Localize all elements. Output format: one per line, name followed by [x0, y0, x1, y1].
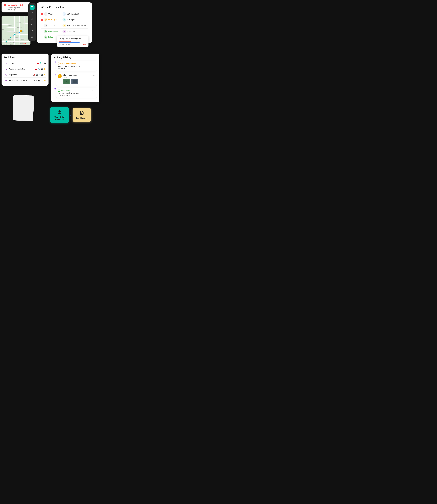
photo-row	[63, 79, 95, 84]
download-icon-large	[57, 110, 62, 115]
svg-point-66	[5, 63, 5, 64]
activity-status-label-wip: Work in Progress	[61, 62, 76, 64]
driving-pct: -0.5%	[83, 43, 86, 45]
work-order-row-inprogress[interactable]: ! In Progress 95 King St	[41, 17, 88, 23]
workflows-title: Workflows	[4, 56, 46, 59]
workflow-row-external[interactable]: External Teams Installation ☰ ✕ 📷 🔧 👆	[4, 78, 46, 83]
timeline-dot-wip	[54, 62, 56, 63]
timeline-item-wip: ▶ Work in Progress Albert Picard has arr…	[56, 61, 97, 71]
svg-text:SOMERS TOWN: SOMERS TOWN	[14, 32, 18, 33]
work-order-row-open[interactable]: ! Open 51 Sidmouth St	[41, 11, 88, 17]
svg-rect-8	[32, 19, 32, 20]
dollar-circle-icon: $	[45, 36, 47, 38]
working-bar-row	[59, 42, 86, 43]
status-left-inprogress: ! In Progress	[41, 18, 62, 21]
svg-point-85	[6, 81, 7, 81]
vs-label: vs	[69, 38, 70, 40]
work-order-summary-button[interactable]: Work Order Summary	[50, 107, 69, 123]
sidebar-item-chart[interactable]	[30, 17, 35, 21]
sidebar-item-list[interactable]	[30, 5, 35, 10]
workflow-flow-icon-survey	[4, 61, 8, 65]
wrench-icon	[31, 30, 33, 32]
timeline-dot-photos	[54, 74, 56, 75]
workflow-row-installation[interactable]: Appliance Installation 🚗 🔧 📷 👆	[4, 66, 46, 72]
sidebar-item-wrench[interactable]	[30, 28, 35, 33]
send-invoice-button[interactable]: Send Invoice	[72, 108, 91, 122]
driving-bar-row	[59, 41, 86, 41]
play-icon	[45, 19, 47, 21]
calendar-icon	[31, 12, 33, 14]
svg-line-82	[5, 80, 6, 81]
workflow-label-survey: Survey	[9, 62, 35, 64]
work-orders-list: ! Open 51 Sidmouth St ! In Progress	[41, 11, 88, 40]
driving-bar	[59, 41, 71, 41]
invoice-icon-large	[80, 111, 84, 116]
x-icon-external: ✕	[36, 80, 37, 81]
scissors-icon-inspection: ✂	[39, 74, 40, 76]
person-time-photos: 08:35	[92, 74, 95, 76]
sidebar-item-calendar[interactable]	[30, 11, 35, 16]
status-icon-billed: $	[44, 35, 47, 39]
sidebar-item-location[interactable]	[30, 22, 35, 27]
svg-text:BLOOMSBURY: BLOOMSBURY	[6, 31, 10, 32]
activity-status-row-wip: ▶ Work in Progress	[58, 62, 95, 65]
check-circle-completed: ✓	[58, 89, 60, 92]
svg-line-70	[5, 69, 6, 69]
svg-rect-7	[31, 19, 32, 20]
photo-1-svg	[63, 79, 70, 84]
status-icon-open	[44, 12, 47, 16]
address-icon-inprogress	[62, 18, 66, 21]
x-icon-survey: ✕	[42, 62, 43, 64]
svg-text:👷: 👷	[20, 30, 22, 32]
work-order-row-scheduled[interactable]: Scheduled Flat 32 87 Trundley's Rd	[41, 23, 88, 29]
survey-workflow-stack: Survey Workflow 🚗 ☰ 🔧 👆	[13, 95, 34, 116]
camera-icon-external: 📷	[38, 80, 40, 81]
status-icon-completed	[44, 30, 47, 33]
wrench-icon-external: 🔧	[41, 80, 43, 81]
driving-footer: 234 hours this month -0.5%	[59, 43, 86, 45]
work-order-row-completed[interactable]: Completed 5 Tariff Rd	[41, 29, 88, 34]
sidebar-item-settings[interactable]	[30, 34, 35, 39]
workflow-icons-installation: 🚗 🔧 📷 👆	[35, 68, 46, 70]
activity-desc-wip: Albert Picard has arrived on siteStart 0…	[58, 65, 95, 70]
workflow-flow-icon-external	[4, 79, 8, 82]
svg-point-74	[6, 73, 6, 74]
svg-text:CLERKENW...: CLERKENW...	[15, 37, 19, 38]
camera2-icon-inspection: 📷	[41, 74, 43, 76]
status-left-scheduled: Scheduled	[41, 24, 62, 27]
work-orders-title: Work Orders List	[41, 5, 88, 9]
person-name-row-photos: Albert Picard added 08:35	[63, 74, 95, 76]
sidebar	[28, 3, 36, 41]
check-circle-icon-completed	[45, 30, 47, 32]
flow-icon-installation-svg	[4, 67, 8, 71]
svg-point-46	[19, 32, 20, 33]
svg-point-67	[6, 63, 7, 64]
svg-point-11	[32, 36, 32, 37]
send-invoice-label: Send Invoice	[76, 117, 88, 119]
svg-point-58	[64, 31, 64, 31]
activity-status-label-completed: Completed	[61, 89, 70, 91]
svg-rect-3	[31, 12, 33, 14]
svg-text:CHALK FARM: CHALK FARM	[16, 22, 21, 23]
svg-text:WESTMINSTER: WESTMINSTER	[10, 44, 15, 45]
timeline-dot-completed	[54, 89, 56, 90]
download-summary-icon	[57, 110, 62, 114]
address-completed: 5 Tariff Rd	[67, 30, 75, 32]
driving-time-card: Driving Time vs Working Time 234 hours t…	[57, 36, 89, 47]
svg-rect-9	[33, 18, 33, 20]
workflow-row-survey[interactable]: Survey 🚗 ☰ ✕ 📷	[4, 60, 46, 66]
svg-text:$: $	[45, 37, 46, 38]
svg-line-65	[6, 63, 7, 63]
bottom-actions: Work Order Summary » Send Invoice	[50, 107, 91, 123]
svg-point-73	[6, 69, 7, 70]
svg-rect-0	[31, 7, 33, 7]
bolt-icon	[63, 25, 65, 26]
notification-body: Customer requested rescheduling	[7, 7, 28, 11]
driving-hours: 234 hours this month	[59, 43, 71, 45]
working-bar	[59, 42, 79, 43]
workflow-flow-icon-installation	[4, 67, 8, 71]
svg-point-84	[5, 81, 5, 81]
svg-rect-91	[73, 80, 77, 83]
status-label-billed: Billed	[48, 36, 53, 38]
workflow-row-inspection[interactable]: Inspection 🚗 📷 ✂ 📷 👆	[4, 72, 46, 78]
